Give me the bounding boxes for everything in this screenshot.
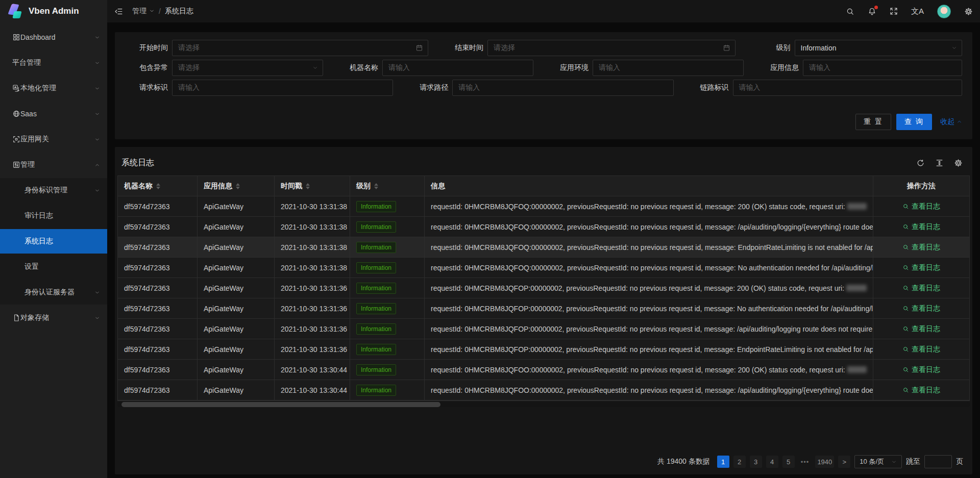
sidebar-item-dashboard[interactable]: Dashboard	[0, 25, 107, 49]
notification-dot	[874, 6, 878, 9]
table-row: df5974d72363ApiGateWay2021-10-30 13:31:3…	[118, 237, 969, 258]
trace-id-input[interactable]: 请输入	[733, 80, 962, 96]
chevron-down-icon	[94, 60, 100, 66]
start-time-date-picker[interactable]: 请选择	[172, 40, 428, 56]
page-button-1940[interactable]: 1940	[815, 456, 834, 468]
column-header-1[interactable]: 机器名称	[118, 176, 198, 196]
level-cell: Information	[350, 196, 425, 217]
sidebar-item-object-storage[interactable]: 对象存储	[0, 306, 107, 330]
sidebar-submenu-manage: 身份标识管理审计日志系统日志设置身份认证服务器	[0, 178, 107, 305]
machine-name-input[interactable]: 请输入	[382, 60, 533, 76]
chevron-down-icon	[94, 35, 100, 40]
field-placeholder: 请输入	[739, 83, 761, 92]
sidebar-item-label: 对象存储	[20, 313, 94, 322]
translate-icon[interactable]: 文A	[911, 7, 924, 16]
menu-fold-icon[interactable]	[114, 7, 123, 16]
view-log-link[interactable]: 查看日志	[902, 202, 940, 211]
row-height-icon[interactable]	[935, 159, 944, 167]
header-actions: 文A	[846, 5, 973, 18]
breadcrumb-section[interactable]: 管理	[132, 7, 155, 16]
sidebar-item-platform[interactable]: 平台管理	[0, 51, 107, 75]
page-size-value: 10 条/页	[860, 457, 884, 466]
action-cell: 查看日志	[873, 319, 969, 339]
message-cell: requestId: 0HMCRBM8JQFOO:00000002, previ…	[425, 360, 873, 380]
pagination-pages: 12345•••1940	[717, 456, 835, 468]
sidebar-item-manage[interactable]: 管理	[0, 153, 107, 177]
sidebar-item-gateway[interactable]: 应用网关	[0, 127, 107, 152]
view-log-link[interactable]: 查看日志	[902, 222, 940, 232]
fullscreen-icon[interactable]	[890, 7, 898, 15]
chevron-up-icon	[957, 118, 962, 126]
calendar-icon	[415, 44, 423, 52]
chevron-down-icon	[94, 111, 100, 117]
sidebar-item-saas[interactable]: Saas	[0, 102, 107, 126]
app-info-input[interactable]: 请输入	[803, 60, 962, 76]
page-button-2[interactable]: 2	[733, 456, 746, 468]
include-exception-select[interactable]: 请选择	[172, 60, 323, 76]
column-label: 机器名称	[124, 182, 153, 191]
page-button-5[interactable]: 5	[782, 456, 795, 468]
column-header-3[interactable]: 时间戳	[275, 176, 350, 196]
app-logo[interactable]: Vben Admin	[0, 0, 107, 22]
page-button-4[interactable]: 4	[766, 456, 778, 468]
page-size-select[interactable]: 10 条/页	[854, 455, 902, 468]
sidebar-item-label: 身份标识管理	[24, 186, 94, 195]
column-header-2[interactable]: 应用信息	[198, 176, 275, 196]
request-path-input[interactable]: 请输入	[452, 80, 673, 96]
end-time-date-picker[interactable]: 请选择	[487, 40, 736, 56]
saas-icon	[12, 110, 20, 118]
search-button[interactable]: 查 询	[896, 114, 932, 130]
view-log-link[interactable]: 查看日志	[902, 324, 940, 334]
view-log-link[interactable]: 查看日志	[902, 243, 940, 252]
sidebar-item-audit-log[interactable]: 审计日志	[0, 204, 107, 228]
view-log-link[interactable]: 查看日志	[902, 345, 940, 354]
view-log-link[interactable]: 查看日志	[902, 284, 940, 293]
message-text: requestId: 0HMCRBM8JQFOQ:00000002, previ…	[431, 243, 873, 251]
app-info-cell: ApiGateWay	[198, 237, 275, 258]
search-icon[interactable]	[846, 7, 854, 16]
logo-icon	[8, 4, 23, 19]
app-info-cell: ApiGateWay	[198, 298, 275, 319]
reset-button[interactable]: 重 置	[855, 114, 891, 130]
refresh-icon[interactable]	[916, 159, 925, 167]
breadcrumb-separator: /	[159, 7, 161, 15]
column-header-4[interactable]: 级别	[350, 176, 425, 196]
avatar[interactable]	[937, 5, 951, 18]
view-log-link[interactable]: 查看日志	[902, 365, 940, 374]
message-cell: requestId: 0HMCRBM8JQFOO:00000002, previ…	[425, 380, 873, 400]
page-jump-input[interactable]	[924, 455, 952, 468]
gear-icon[interactable]	[964, 7, 973, 16]
collapse-link[interactable]: 收起	[940, 117, 962, 127]
field-placeholder: 请输入	[178, 83, 200, 92]
app-env-input[interactable]: 请输入	[593, 60, 744, 76]
page-ellipsis[interactable]: •••	[799, 456, 812, 468]
sidebar-item-localization[interactable]: 本地化管理	[0, 76, 107, 100]
redacted-text	[847, 203, 867, 210]
view-log-link[interactable]: 查看日志	[902, 263, 940, 272]
timestamp-cell: 2021-10-30 13:31:36	[275, 339, 350, 360]
sidebar-item-label: 平台管理	[12, 58, 94, 67]
view-log-link[interactable]: 查看日志	[902, 386, 940, 395]
level-badge: Information	[356, 303, 396, 314]
sidebar-item-settings[interactable]: 设置	[0, 255, 107, 279]
sidebar-item-auth-server[interactable]: 身份认证服务器	[0, 280, 107, 305]
column-settings-icon[interactable]	[954, 159, 963, 167]
next-page-button[interactable]: >	[838, 456, 850, 468]
request-id-input[interactable]: 请输入	[172, 80, 393, 96]
scrollbar-thumb[interactable]	[121, 402, 440, 407]
message-text: requestId: 0HMCRBM8JQFOP:00000002, previ…	[431, 325, 873, 333]
page-button-3[interactable]: 3	[750, 456, 762, 468]
level-select[interactable]: Information	[795, 40, 962, 56]
message-text: requestId: 0HMCRBM8JQFOO:00000002, previ…	[431, 366, 845, 374]
timestamp-cell: 2021-10-30 13:31:36	[275, 278, 350, 298]
magnifier-icon	[902, 264, 909, 271]
view-log-link[interactable]: 查看日志	[902, 304, 940, 313]
machine-name-cell: df5974d72363	[118, 360, 198, 380]
view-log-label: 查看日志	[912, 202, 940, 211]
message-text: requestId: 0HMCRBM8JQFOQ:00000002, previ…	[431, 223, 873, 231]
sidebar-item-system-log[interactable]: 系统日志	[0, 229, 107, 254]
field-label: 应用环境	[542, 63, 589, 72]
bell-icon[interactable]	[868, 7, 876, 16]
page-button-1[interactable]: 1	[717, 456, 729, 468]
sidebar-item-identity-management[interactable]: 身份标识管理	[0, 178, 107, 203]
